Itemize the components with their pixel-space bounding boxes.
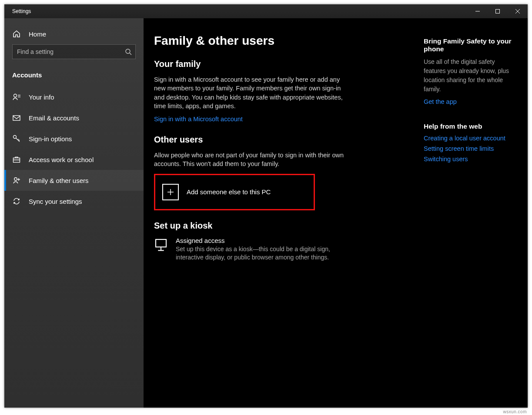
get-app-link[interactable]: Get the app [424,98,517,105]
maximize-icon [495,9,500,13]
nav-label: Family & other users [29,177,89,184]
home-button[interactable]: Home [4,23,144,44]
nav-label: Sign-in options [29,135,72,143]
svg-line-5 [130,53,131,55]
help-link-screen-time[interactable]: Setting screen time limits [424,145,517,152]
signin-link[interactable]: Sign in with a Microsoft account [154,116,243,123]
add-someone-button[interactable]: Add someone else to this PC [154,174,315,210]
nav-access-work-school[interactable]: Access work or school [4,149,144,170]
svg-rect-1 [496,10,500,13]
side-rail: Bring Family Safety to your phone Use al… [424,34,517,397]
titlebar: Settings [4,4,528,18]
watermark: wsxun.com [503,409,527,414]
your-family-heading: Your family [154,59,398,69]
content: Family & other users Your family Sign in… [154,34,398,397]
minimize-icon [475,9,480,13]
svg-point-10 [13,136,17,139]
briefcase-icon [12,155,21,164]
sync-icon [12,197,21,206]
nav-signin-options[interactable]: Sign-in options [4,128,144,149]
close-icon [515,9,520,13]
nav-label: Your info [29,93,54,101]
assigned-access-button[interactable]: Assigned access Set up this device as a … [154,237,398,262]
svg-rect-17 [156,239,166,247]
nav: Your info Email & accounts Sign-in optio… [4,83,144,212]
svg-point-6 [14,94,17,97]
plus-icon [162,184,179,200]
page-title: Family & other users [154,34,398,48]
assigned-access-desc: Set up this device as a kiosk—this could… [176,245,337,262]
add-user-icon [12,176,21,185]
your-family-desc: Sign in with a Microsoft account to see … [154,75,350,110]
help-link-switching-users[interactable]: Switching users [424,156,517,163]
nav-label: Sync your settings [29,198,82,205]
kiosk-icon [154,238,168,252]
window-controls [468,4,528,18]
svg-point-4 [126,49,130,53]
other-users-desc: Allow people who are not part of your fa… [154,151,350,169]
rail-help-heading: Help from the web [424,123,517,130]
search-icon [125,48,132,55]
main: Family & other users Your family Sign in… [144,18,528,408]
settings-window: Settings Home [4,4,528,408]
window-title: Settings [4,8,468,14]
svg-rect-9 [13,116,20,120]
search-input[interactable] [13,45,135,59]
add-someone-label: Add someone else to this PC [187,188,271,196]
svg-point-12 [14,178,17,180]
nav-label: Email & accounts [29,114,79,122]
key-icon [12,134,21,143]
assigned-access-title: Assigned access [176,237,337,244]
kiosk-heading: Set up a kiosk [154,221,398,231]
user-icon [12,93,21,101]
mail-icon [12,113,21,122]
nav-sync-settings[interactable]: Sync your settings [4,191,144,212]
home-icon [12,30,21,38]
search-box[interactable] [12,44,136,59]
nav-your-info[interactable]: Your info [4,86,144,107]
other-users-heading: Other users [154,135,398,145]
home-label: Home [29,30,46,38]
rail-safety-heading: Bring Family Safety to your phone [424,37,517,53]
nav-family-other-users[interactable]: Family & other users [4,170,144,191]
sidebar: Home Accounts Your info [4,18,144,408]
section-label: Accounts [4,63,144,83]
nav-label: Access work or school [29,156,94,163]
help-link-create-local-user[interactable]: Creating a local user account [424,135,517,142]
maximize-button[interactable] [488,4,508,18]
rail-safety-desc: Use all of the digital safety features y… [424,57,517,94]
close-button[interactable] [508,4,528,18]
nav-email-accounts[interactable]: Email & accounts [4,107,144,128]
minimize-button[interactable] [468,4,488,18]
